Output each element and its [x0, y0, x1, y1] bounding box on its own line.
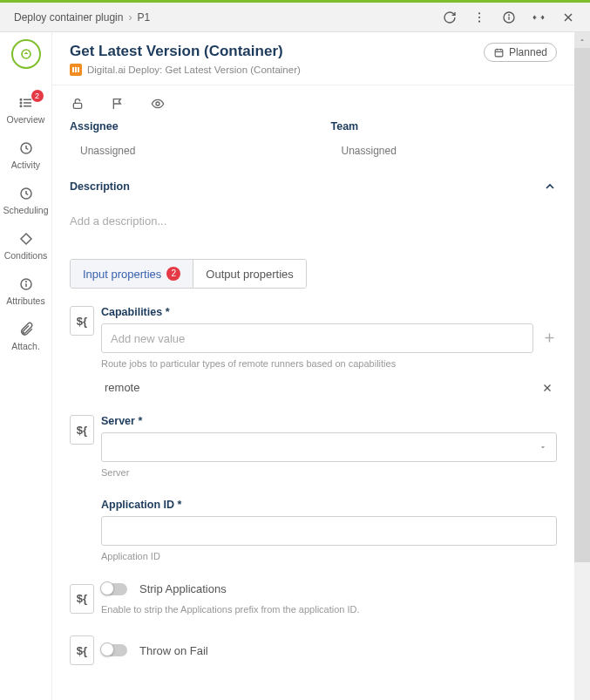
calendar-icon: [493, 47, 505, 58]
svg-rect-27: [73, 103, 81, 108]
remove-chip-button[interactable]: [541, 382, 553, 394]
server-help: Server: [101, 467, 557, 478]
application-id-block: Application ID * Application ID: [70, 499, 557, 561]
svg-point-5: [509, 15, 510, 16]
svg-point-0: [478, 12, 480, 14]
flag-icon[interactable]: [110, 96, 125, 112]
attachment-icon: [18, 322, 34, 337]
scroll-thumb[interactable]: [574, 48, 590, 562]
variable-button[interactable]: ${: [70, 415, 94, 445]
svg-point-2: [478, 20, 480, 22]
svg-rect-21: [75, 67, 77, 72]
application-id-help: Application ID: [101, 551, 557, 561]
svg-point-1: [478, 16, 480, 17]
page-title: Get Latest Version (Container): [70, 43, 301, 60]
rail-label: Scheduling: [3, 205, 49, 215]
diamond-icon: [18, 231, 34, 247]
breadcrumb-sep-icon: ›: [128, 11, 132, 24]
server-label: Server *: [101, 415, 557, 427]
strip-applications-toggle[interactable]: [101, 583, 127, 595]
rail-item-activity[interactable]: Activity: [0, 132, 52, 177]
clock-icon: [18, 140, 34, 156]
status-pill[interactable]: Planned: [484, 43, 557, 62]
tab-label: Input properties: [83, 268, 161, 281]
rail-label: Activity: [11, 160, 40, 170]
svg-point-14: [20, 105, 22, 107]
description-section-toggle[interactable]: Description: [70, 174, 557, 199]
rail-label: Overview: [7, 114, 45, 125]
variable-button[interactable]: ${: [70, 306, 94, 336]
application-id-label: Application ID *: [101, 499, 557, 511]
rail-item-conditions[interactable]: Conditions: [0, 222, 52, 268]
lock-icon[interactable]: [70, 96, 85, 112]
svg-point-28: [156, 102, 159, 105]
breadcrumb-current[interactable]: P1: [137, 11, 150, 24]
rail-item-overview[interactable]: 2 Overview: [0, 86, 52, 132]
chevron-down-icon: [539, 443, 547, 452]
rail-label: Attach.: [11, 341, 40, 351]
svg-point-19: [25, 282, 26, 282]
subtitle-text: Digital.ai Deploy: Get Latest Version (C…: [87, 65, 301, 75]
variable-button[interactable]: ${: [70, 635, 94, 665]
throw-on-fail-block: ${ Throw on Fail: [70, 635, 557, 665]
team-value[interactable]: Unassigned: [331, 145, 558, 157]
description-input[interactable]: Add a description...: [70, 214, 557, 228]
scrollbar[interactable]: [574, 32, 590, 700]
subtitle: Digital.ai Deploy: Get Latest Version (C…: [70, 64, 301, 76]
assignee-value[interactable]: Unassigned: [70, 145, 296, 157]
properties-tabs: Input properties 2 Output properties: [70, 259, 307, 289]
rail-label: Attributes: [6, 296, 44, 306]
svg-point-12: [20, 99, 22, 101]
throw-on-fail-toggle[interactable]: [101, 644, 127, 656]
rail-item-scheduling[interactable]: Scheduling: [0, 177, 52, 222]
refresh-icon[interactable]: [442, 10, 458, 25]
server-block: ${ Server * Server: [70, 415, 557, 478]
tab-output-properties[interactable]: Output properties: [193, 260, 305, 288]
capabilities-block: ${ Capabilities * Route jobs to particul…: [70, 306, 557, 394]
capability-chip: remote: [101, 369, 557, 394]
status-label: Planned: [509, 46, 547, 58]
capabilities-label: Capabilities *: [101, 306, 557, 318]
watch-icon[interactable]: [150, 96, 166, 112]
close-icon[interactable]: [560, 10, 576, 25]
description-label: Description: [70, 180, 130, 193]
svg-rect-23: [495, 49, 503, 56]
scroll-area[interactable]: Assignee Unassigned Team Unassigned Desc…: [52, 120, 574, 700]
chevron-up-icon: [543, 180, 557, 194]
svg-rect-20: [72, 67, 74, 72]
add-capability-button[interactable]: [542, 330, 557, 346]
main: 2 Overview Activity Scheduling Conditio: [0, 32, 590, 700]
overview-badge: 2: [31, 90, 44, 102]
info-circle-icon: [18, 276, 34, 292]
left-rail: 2 Overview Activity Scheduling Conditio: [0, 32, 52, 700]
assignment-row: Assignee Unassigned Team Unassigned: [70, 120, 557, 157]
app-logo-icon: [11, 39, 41, 69]
content: Get Latest Version (Container) Digital.a…: [52, 32, 574, 700]
svg-rect-22: [78, 67, 79, 72]
tab-label: Output properties: [206, 268, 293, 281]
rail-item-attach[interactable]: Attach.: [0, 313, 52, 358]
capability-chip-text: remote: [105, 381, 139, 394]
capabilities-help: Route jobs to particular types of remote…: [101, 358, 557, 369]
more-vertical-icon[interactable]: [471, 10, 487, 25]
capabilities-input[interactable]: [101, 323, 533, 353]
strip-applications-help: Enable to strip the Applications prefix …: [101, 604, 557, 615]
strip-applications-label: Strip Applications: [139, 582, 227, 595]
toolbar: [52, 85, 574, 120]
breadcrumb: Deploy container plugin › P1: [14, 11, 150, 24]
strip-applications-block: ${ Strip Applications Enable to strip th…: [70, 582, 557, 615]
application-id-input[interactable]: [101, 516, 557, 546]
variable-button[interactable]: ${: [70, 584, 94, 614]
rail-item-attributes[interactable]: Attributes: [0, 268, 52, 313]
tab-input-properties[interactable]: Input properties 2: [71, 260, 193, 288]
expand-icon[interactable]: [531, 10, 546, 25]
task-type-icon: [70, 64, 82, 76]
breadcrumb-parent[interactable]: Deploy container plugin: [14, 11, 123, 24]
schedule-icon: [18, 186, 34, 201]
rail-label: Conditions: [4, 250, 48, 261]
server-select[interactable]: [101, 432, 557, 462]
header-actions: [442, 10, 576, 25]
scroll-up-button[interactable]: [574, 32, 590, 48]
info-icon[interactable]: [501, 10, 517, 25]
tab-badge: 2: [166, 267, 180, 281]
